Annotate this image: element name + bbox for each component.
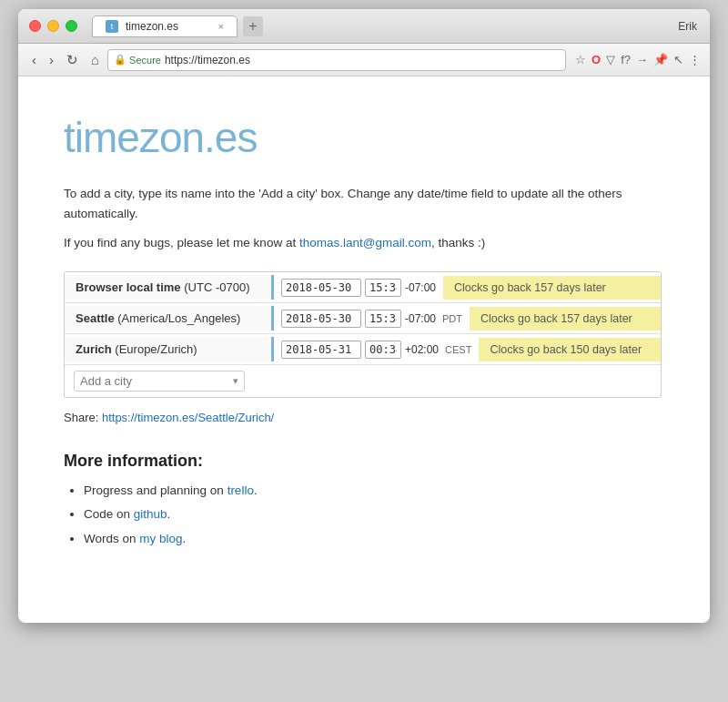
time-fields: -07:00: [274, 275, 443, 300]
share-line: Share: https://timezon.es/Seattle/Zurich…: [64, 411, 664, 424]
tab-favicon: t: [106, 20, 118, 33]
row-label: Browser local time (UTC -0700): [65, 275, 274, 300]
time-input[interactable]: [365, 341, 401, 359]
browser-window: t timezon.es × + Erik ‹ › ↻ ⌂ 🔒 Secure h…: [18, 9, 710, 623]
time-fields: +02:00 CEST: [274, 337, 479, 362]
reload-button[interactable]: ↻: [62, 50, 83, 70]
time-row: Browser local time (UTC -0700) -07:00 Cl…: [65, 272, 661, 303]
bug-notice: If you find any bugs, please let me know…: [64, 236, 664, 249]
page-content: timezon.es To add a city, type its name …: [18, 76, 710, 623]
time-input[interactable]: [365, 310, 401, 328]
bug-notice-suffix: , thanks :): [431, 236, 485, 249]
new-tab-button[interactable]: +: [243, 16, 263, 36]
more-info-list: Progress and planning on trello.Code on …: [64, 482, 664, 548]
row-label-bold: Zurich: [76, 342, 112, 356]
more-info-section: More information: Progress and planning …: [64, 452, 664, 548]
lock-icon: 🔒: [114, 54, 126, 66]
secure-label: Secure: [129, 55, 161, 66]
site-title: timezon.es: [64, 113, 664, 162]
list-item-link[interactable]: github: [134, 507, 167, 521]
active-tab[interactable]: t timezon.es ×: [92, 15, 238, 37]
dst-note: Clocks go back 157 days later: [470, 307, 661, 331]
more-info-heading: More information:: [64, 452, 664, 471]
list-item: Progress and planning on trello.: [84, 482, 664, 500]
add-city-container: ▾: [74, 371, 245, 392]
row-label-normal: (UTC -0700): [181, 280, 250, 294]
bug-email-link[interactable]: thomas.lant@gmail.com: [299, 236, 431, 249]
list-item-link[interactable]: trello: [228, 483, 254, 497]
list-item-prefix: Progress and planning on: [84, 483, 228, 497]
maximize-button[interactable]: [66, 20, 77, 32]
tab-title: timezon.es: [126, 20, 178, 33]
title-bar: t timezon.es × + Erik: [18, 9, 710, 44]
list-item-link[interactable]: my blog: [139, 532, 182, 545]
forward-button[interactable]: ›: [45, 50, 58, 69]
cursor-icon[interactable]: ↖: [673, 53, 683, 66]
description: To add a city, type its name into the 'A…: [64, 184, 664, 223]
share-link[interactable]: https://timezon.es/Seattle/Zurich/: [102, 411, 274, 424]
minimize-button[interactable]: [47, 20, 59, 32]
forward-icon[interactable]: →: [636, 53, 648, 66]
row-label: Zurich (Europe/Zurich): [65, 337, 274, 361]
dropdown-arrow-icon[interactable]: ▾: [233, 375, 238, 387]
date-input[interactable]: [281, 310, 361, 328]
dst-note: Clocks go back 150 days later: [479, 338, 661, 361]
list-item-suffix: .: [254, 483, 258, 497]
user-label: Erik: [678, 20, 697, 33]
row-label-normal: (America/Los_Angeles): [115, 311, 241, 325]
bug-notice-prefix: If you find any bugs, please let me know…: [64, 236, 299, 249]
row-label-bold: Seattle: [76, 311, 115, 325]
add-city-input[interactable]: [80, 374, 233, 388]
tab-bar: t timezon.es × +: [92, 15, 699, 37]
nav-icons: ☆ O ▽ f? → 📌 ↖ ⋮: [575, 53, 701, 66]
opera-icon[interactable]: O: [592, 53, 601, 66]
offset-label: +02:00: [405, 343, 439, 356]
home-button[interactable]: ⌂: [86, 50, 104, 69]
time-fields: -07:00 PDT: [274, 306, 470, 331]
star-icon[interactable]: ☆: [575, 53, 586, 66]
list-item: Code on github.: [84, 505, 664, 524]
list-item: Words on my blog.: [84, 530, 664, 548]
time-row: Seattle (America/Los_Angeles) -07:00 PDT…: [65, 303, 661, 334]
row-label-bold: Browser local time: [76, 280, 181, 294]
list-item-suffix: .: [183, 532, 187, 545]
dst-note: Clocks go back 157 days later: [443, 276, 661, 300]
time-table: Browser local time (UTC -0700) -07:00 Cl…: [64, 271, 662, 398]
tz-abbr: PDT: [442, 313, 462, 324]
row-label: Seattle (America/Los_Angeles): [65, 306, 274, 331]
address-bar[interactable]: 🔒 Secure https://timezon.es: [107, 49, 566, 71]
share-prefix: Share:: [64, 411, 102, 424]
offset-label: -07:00: [405, 312, 436, 325]
pin-icon[interactable]: 📌: [653, 53, 668, 66]
date-input[interactable]: [281, 279, 361, 297]
menu-icon[interactable]: ⋮: [689, 53, 701, 66]
add-city-row: ▾: [65, 365, 661, 397]
offset-label: -07:00: [405, 281, 436, 294]
bookmarks-icon[interactable]: ▽: [606, 53, 615, 66]
tab-close-button[interactable]: ×: [218, 21, 224, 32]
time-row: Zurich (Europe/Zurich) +02:00 CEST Clock…: [65, 334, 661, 365]
tz-abbr: CEST: [445, 344, 471, 355]
nav-bar: ‹ › ↻ ⌂ 🔒 Secure https://timezon.es ☆ O …: [18, 44, 710, 76]
time-input[interactable]: [365, 279, 401, 297]
back-button[interactable]: ‹: [27, 50, 41, 69]
date-input[interactable]: [281, 341, 361, 359]
address-text: https://timezon.es: [165, 54, 250, 66]
list-item-prefix: Words on: [84, 532, 139, 545]
traffic-lights: [29, 20, 77, 32]
list-item-prefix: Code on: [84, 507, 134, 521]
close-button[interactable]: [29, 20, 41, 32]
secure-badge: 🔒 Secure: [114, 54, 161, 66]
list-item-suffix: .: [167, 507, 171, 521]
row-label-normal: (Europe/Zurich): [112, 342, 197, 356]
search-icon[interactable]: f?: [621, 53, 631, 66]
